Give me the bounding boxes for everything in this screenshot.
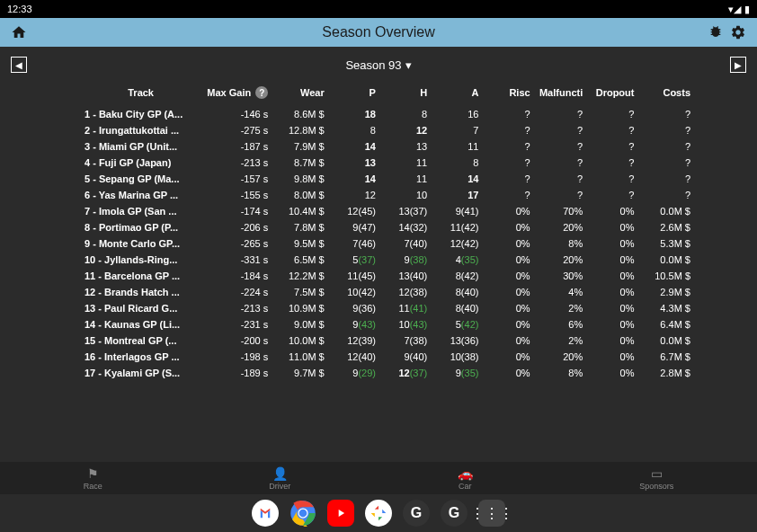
svg-point-3: [299, 510, 307, 518]
app-drawer-icon[interactable]: ⋮⋮⋮: [478, 500, 505, 527]
page-title: Season Overview: [322, 24, 434, 40]
table-row[interactable]: 4 - Fuji GP (Japan)-213 s8.7M $13118????: [81, 155, 694, 171]
bug-icon[interactable]: [708, 24, 723, 40]
table-row[interactable]: 3 - Miami GP (Unit...-187 s7.9M $141311?…: [81, 138, 694, 155]
battery-icon: ▮: [744, 4, 750, 15]
next-season-button[interactable]: ▶: [730, 57, 746, 73]
nav-race[interactable]: ⚑Race: [84, 466, 102, 491]
col-risc: Risc: [482, 83, 533, 106]
col-a: A: [431, 83, 482, 106]
person-icon: 👤: [272, 466, 288, 481]
col-maxgain: Max Gain ?: [200, 83, 272, 106]
header: Season Overview: [0, 18, 757, 47]
table-row[interactable]: 16 - Interlagos GP ...-198 s11.0M $12(40…: [81, 349, 694, 365]
app-icon-1[interactable]: G: [403, 500, 430, 527]
settings-icon[interactable]: [730, 24, 746, 40]
bottom-nav: ⚑Race 👤Driver 🚗Car ▭Sponsors: [0, 462, 757, 494]
dropdown-icon: ▾: [405, 58, 412, 72]
col-h: H: [379, 83, 431, 106]
table-row[interactable]: 12 - Brands Hatch ...-224 s7.5M $10(42)1…: [81, 284, 694, 300]
table-row[interactable]: 10 - Jyllands-Ring...-331 s6.5M $5(37)9(…: [81, 252, 694, 268]
table-row[interactable]: 1 - Baku City GP (A...-146 s8.6M $18816?…: [81, 106, 694, 122]
gmail-icon[interactable]: [252, 500, 279, 527]
season-selector-row: ◀ Season 93 ▾ ▶: [0, 47, 757, 83]
app-icon-2[interactable]: G: [441, 500, 468, 527]
prev-season-button[interactable]: ◀: [11, 57, 27, 73]
flag-icon: ⚑: [87, 466, 99, 481]
nav-driver[interactable]: 👤Driver: [269, 466, 290, 491]
col-p: P: [328, 83, 379, 106]
wifi-icon: ▾◢: [728, 4, 741, 15]
table-row[interactable]: 15 - Montreal GP (...-200 s10.0M $12(39)…: [81, 332, 694, 349]
table-row[interactable]: 7 - Imola GP (San ...-174 s10.4M $12(45)…: [81, 203, 694, 219]
status-icons: ▾◢ ▮: [728, 4, 750, 15]
table-row[interactable]: 14 - Kaunas GP (Li...-231 s9.0M $9(43)10…: [81, 316, 694, 332]
status-time: 12:33: [7, 4, 32, 14]
col-costs: Costs: [637, 83, 694, 106]
help-icon[interactable]: ?: [255, 86, 268, 99]
status-bar: 12:33 ▾◢ ▮: [0, 0, 757, 18]
home-icon[interactable]: [11, 24, 27, 40]
col-wear: Wear: [272, 83, 327, 106]
table-row[interactable]: 5 - Sepang GP (Ma...-157 s9.8M $141114??…: [81, 171, 694, 187]
car-icon: 🚗: [458, 466, 473, 481]
col-track: Track: [81, 83, 200, 106]
table-row[interactable]: 8 - Portimao GP (P...-206 s7.8M $9(47)14…: [81, 219, 694, 235]
youtube-icon[interactable]: [327, 500, 354, 527]
nav-sponsors[interactable]: ▭Sponsors: [639, 466, 673, 491]
table-row[interactable]: 2 - Irungattukottai ...-275 s12.8M $8127…: [81, 122, 694, 138]
table-row[interactable]: 9 - Monte Carlo GP...-265 s9.5M $7(46)7(…: [81, 235, 694, 252]
table-row[interactable]: 13 - Paul Ricard G...-213 s10.9M $9(36)1…: [81, 300, 694, 316]
table-row[interactable]: 17 - Kyalami GP (S...-189 s9.7M $9(29)12…: [81, 365, 694, 381]
photos-icon[interactable]: [365, 500, 392, 527]
sponsors-icon: ▭: [651, 466, 663, 481]
table-row[interactable]: 11 - Barcelona GP ...-184 s12.2M $11(45)…: [81, 268, 694, 284]
table-row[interactable]: 6 - Yas Marina GP ...-155 s8.0M $121017?…: [81, 187, 694, 203]
chrome-icon[interactable]: [289, 500, 316, 527]
table-header-row: Track Max Gain ? Wear P H A Risc Malfunc…: [81, 83, 694, 106]
season-dropdown[interactable]: Season 93 ▾: [345, 58, 411, 72]
dock: G G ⋮⋮⋮: [0, 494, 757, 532]
col-malf: Malfuncti: [534, 83, 587, 106]
season-table: Track Max Gain ? Wear P H A Risc Malfunc…: [81, 83, 694, 381]
nav-car[interactable]: 🚗Car: [458, 466, 473, 491]
col-drop: Dropout: [586, 83, 637, 106]
